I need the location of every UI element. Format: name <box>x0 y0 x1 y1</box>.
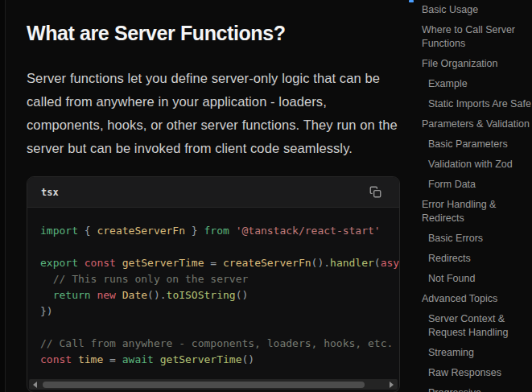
code-token: (). <box>311 257 330 269</box>
main-content: What are Server Functions? Server functi… <box>27 0 400 392</box>
active-section-indicator <box>409 0 414 2</box>
code-token: createServerFn <box>223 257 311 269</box>
code-token: () <box>241 353 254 365</box>
toc-item-example[interactable]: Example <box>409 77 532 91</box>
code-language-label: tsx <box>41 187 59 198</box>
toc-item-error-handling-redirects[interactable]: Error Handling & Redirects <box>409 198 532 225</box>
scrollbar-thumb[interactable] <box>43 382 365 388</box>
toc-item-raw-responses[interactable]: Raw Responses <box>409 366 532 380</box>
code-token <box>40 289 53 301</box>
code-token: toISOString <box>167 289 236 301</box>
toc-item-basic-usage[interactable]: Basic Usage <box>409 3 532 17</box>
toc-item-basic-errors[interactable]: Basic Errors <box>409 232 532 246</box>
code-token: export <box>40 257 78 269</box>
left-panel-divider <box>0 0 6 392</box>
code-token: const <box>40 353 72 365</box>
code-token: // Call from anywhere - components, load… <box>40 337 393 349</box>
code-token <box>154 353 160 365</box>
toc-item-redirects[interactable]: Redirects <box>409 252 532 266</box>
code-token: () <box>236 289 249 301</box>
code-token: getServerTime <box>160 353 242 365</box>
code-token: await <box>122 353 154 365</box>
code-token <box>78 257 85 269</box>
toc-item-static-imports-are-safe[interactable]: Static Imports Are Safe <box>409 97 532 111</box>
code-token: async <box>381 257 399 269</box>
code-token: = <box>103 353 122 365</box>
code-token: new <box>97 289 115 301</box>
code-token <box>72 353 78 365</box>
toc-item-streaming[interactable]: Streaming <box>409 346 532 360</box>
code-token: '@tanstack/react-start' <box>229 225 381 237</box>
scrollbar-track[interactable] <box>40 379 386 390</box>
code-token <box>116 257 122 269</box>
code-token: createServerFn <box>97 225 185 237</box>
code-token: import <box>40 225 78 237</box>
toc-sidebar: Basic UsageWhere to Call Server Function… <box>409 0 532 392</box>
toc-item-where-to-call-server-functions[interactable]: Where to Call Server Functions <box>409 23 532 51</box>
code-token: (). <box>147 289 166 301</box>
code-token: time <box>78 353 103 365</box>
code-token: { <box>78 225 97 237</box>
code-token: from <box>204 225 229 237</box>
code-token: Date <box>122 289 147 301</box>
scroll-right-arrow[interactable] <box>390 382 394 388</box>
code-token: getServerTime <box>122 257 204 269</box>
toc-item-not-found[interactable]: Not Found <box>409 272 532 286</box>
code-token: handler <box>330 257 374 269</box>
toc-item-progressive[interactable]: Progressive <box>409 386 532 392</box>
copy-icon <box>369 186 381 198</box>
code-content: import { createServerFn } from '@tanstac… <box>40 223 399 368</box>
horizontal-scrollbar[interactable] <box>29 379 398 390</box>
code-token: return <box>53 289 91 301</box>
toc-item-validation-with-zod[interactable]: Validation with Zod <box>409 158 532 171</box>
code-editor[interactable]: import { createServerFn } from '@tanstac… <box>27 208 399 392</box>
toc-item-file-organization[interactable]: File Organization <box>409 57 532 71</box>
copy-code-button[interactable] <box>367 184 383 200</box>
docs-page: What are Server Functions? Server functi… <box>0 0 532 392</box>
code-token: const <box>85 257 116 269</box>
toc-item-parameters-validation[interactable]: Parameters & Validation <box>409 118 532 131</box>
intro-paragraph: Server functions let you define server-o… <box>27 67 400 160</box>
code-token: // This runs only on the server <box>40 273 248 285</box>
code-token: ( <box>374 257 381 269</box>
toc-list: Basic UsageWhere to Call Server Function… <box>409 0 532 392</box>
code-block: tsx import { createServerFn } from '@tan… <box>27 176 400 392</box>
code-block-header: tsx <box>27 177 399 208</box>
toc-item-server-context-request-handling[interactable]: Server Context & Request Handling <box>409 312 532 340</box>
code-token <box>116 289 122 301</box>
code-token: = <box>204 257 223 269</box>
toc-item-advanced-topics[interactable]: Advanced Topics <box>409 292 532 306</box>
code-token: }) <box>40 305 53 317</box>
toc-item-form-data[interactable]: Form Data <box>409 178 532 192</box>
page-title: What are Server Functions? <box>27 22 400 45</box>
scroll-left-arrow[interactable] <box>33 382 37 388</box>
code-token: } <box>185 225 204 237</box>
toc-item-basic-parameters[interactable]: Basic Parameters <box>409 138 532 151</box>
